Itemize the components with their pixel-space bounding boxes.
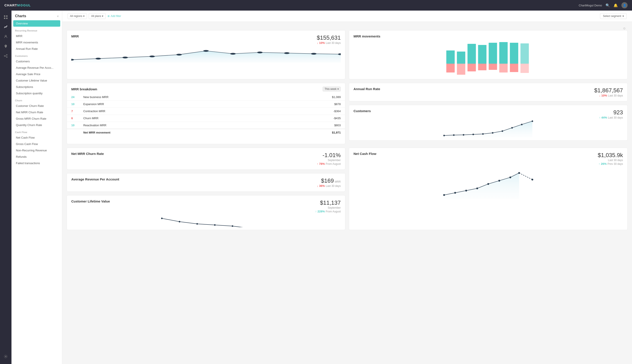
breakdown-amount: -$435	[258, 115, 345, 122]
sidebar-item-overview[interactable]: Overview	[13, 20, 60, 27]
sidebar-item-net-cashflow[interactable]: Net Cash Flow	[12, 134, 62, 141]
bell-icon[interactable]: 🔔	[613, 3, 618, 8]
sidebar-item-arpa[interactable]: Average Revenue Per Acco...	[12, 64, 62, 71]
sidebar-item-mrr[interactable]: MRR	[12, 33, 62, 39]
dashboard-icon[interactable]	[2, 13, 10, 21]
breakdown-period-button[interactable]: This week ▾	[323, 86, 341, 92]
sidebar-item-clv[interactable]: Customer Lifetime Value	[12, 77, 62, 84]
clv-value: $11,137	[315, 200, 341, 206]
main-content: All regions ▾ All plans ▾ ⊕ Add filter S…	[62, 10, 632, 237]
svg-point-46	[521, 124, 523, 125]
plus-icon: ⊕	[107, 14, 110, 18]
net-cashflow-value: $1,035.9k	[598, 152, 623, 159]
sidebar-item-customer-churn[interactable]: Customer Churn Rate	[12, 103, 62, 109]
user-avatar[interactable]: 👤	[621, 2, 627, 8]
clv-chart	[67, 214, 345, 230]
sidebar-item-subscriptions[interactable]: Subscriptions	[12, 84, 62, 90]
chevron-down-icon: ▾	[622, 14, 624, 18]
arpa-value: $169	[321, 177, 334, 184]
sidebar-title: Charts	[15, 14, 26, 18]
sidebar-item-customers[interactable]: Customers	[12, 58, 62, 64]
svg-point-59	[499, 180, 500, 182]
sidebar-item-gross-mrr-churn[interactable]: Gross MRR Churn Rate	[12, 116, 62, 122]
table-row: 6 Churn MRR -$435	[67, 115, 345, 122]
search-icon[interactable]: 🔍	[605, 3, 610, 8]
svg-point-57	[476, 188, 478, 189]
customers-meta: 923 ↑ 44% Last 30 days	[599, 109, 623, 119]
sidebar-item-asp[interactable]: Average Sale Price	[12, 71, 62, 77]
svg-rect-32	[499, 42, 508, 64]
sidebar-section-churn: Churn	[12, 96, 62, 103]
select-segment-button[interactable]: Select segment ▾	[600, 13, 627, 19]
mrr-movements-chart	[349, 40, 627, 79]
net-mrr-churn-card: Net MRR Churn Rate -1.01% September ↑ 78…	[67, 148, 345, 170]
dashboard-settings-icon[interactable]: ⚙	[623, 27, 626, 30]
sidebar-item-gross-cashflow[interactable]: Gross Cash Flow	[12, 141, 62, 147]
arpa-title: Average Revenue Per Account	[71, 177, 119, 181]
sidebar-section-cashflow: Cash Flow	[12, 128, 62, 134]
mrr-card: MRR $155,631 ↓ 10% Last 30 days	[67, 30, 345, 79]
sidebar-item-annual-run-rate[interactable]: Annual Run Rate	[12, 46, 62, 52]
customers-title: Customers	[353, 109, 371, 113]
svg-point-55	[454, 192, 456, 194]
sidebar-item-net-mrr-churn[interactable]: Net MRR Churn Rate	[12, 109, 62, 116]
location-icon[interactable]	[2, 42, 10, 50]
settings-row: ⚙	[67, 25, 627, 30]
net-cashflow-title: Net Cash Flow	[353, 152, 376, 156]
sidebar-collapse-button[interactable]: ‹	[57, 14, 59, 18]
charts-sidebar: Charts ‹ Overview Recurring Revenue MRR …	[12, 10, 62, 237]
filter-plans-button[interactable]: All plans ▾	[89, 13, 106, 19]
mrr-breakdown-card: MRR breakdown This week ▾ 24 New busines…	[67, 83, 345, 144]
mrr-movements-card: MRR movements	[349, 30, 627, 79]
sidebar-item-failed-transactions[interactable]: Failed transactions	[12, 160, 62, 166]
svg-rect-35	[510, 64, 518, 72]
app-logo: CHARTM⊙GUL	[5, 3, 31, 7]
svg-point-62	[532, 179, 533, 180]
sidebar-item-mrr-movements[interactable]: MRR movements	[12, 39, 62, 46]
svg-rect-36	[521, 44, 529, 64]
filter-regions-button[interactable]: All regions ▾	[68, 13, 87, 19]
charts-icon[interactable]	[2, 23, 10, 31]
breakdown-total-amount: $1,971	[258, 129, 345, 136]
svg-point-58	[488, 183, 489, 185]
right-col: Annual Run Rate $1,867,567 ↓ 10% Last 30…	[349, 83, 627, 140]
topnav-right: ChartMogul Demo 🔍 🔔 👤	[579, 2, 628, 8]
svg-rect-37	[521, 64, 529, 73]
svg-point-43	[492, 132, 493, 134]
sidebar-item-quantity-churn[interactable]: Quantity Churn Rate	[12, 122, 62, 128]
breakdown-num: 10	[71, 124, 74, 127]
clv-title: Customer Lifetime Value	[71, 200, 110, 203]
svg-rect-28	[478, 45, 487, 64]
left-icon-bar	[0, 10, 12, 237]
breakdown-label: Contraction MRR	[79, 108, 258, 115]
sidebar-item-non-recurring[interactable]: Non-Recurring Revenue	[12, 147, 62, 154]
topnav: CHARTM⊙GUL ChartMogul Demo 🔍 🔔 👤	[0, 0, 632, 10]
breakdown-total-label: Net MRR movement	[79, 129, 258, 136]
svg-point-48	[161, 218, 163, 219]
svg-point-40	[463, 134, 464, 136]
customers-value: 923	[599, 109, 623, 116]
add-filter-button[interactable]: ⊕ Add filter	[107, 14, 121, 18]
svg-point-60	[510, 176, 511, 178]
net-mrr-churn-meta: -1.01% September ↑ 78% From August	[317, 152, 341, 166]
clv-change: ↑ 228%	[315, 210, 325, 213]
breakdown-label: New business MRR	[79, 94, 258, 101]
sidebar-item-subscription-quantity[interactable]: Subscription quantity	[12, 90, 62, 96]
breakdown-label: Expansion MRR	[79, 101, 258, 108]
table-row: 24 New business MRR $1,089	[67, 94, 345, 101]
svg-rect-33	[499, 64, 508, 72]
customers-chart	[349, 120, 627, 140]
sidebar-item-refunds[interactable]: Refunds	[12, 154, 62, 160]
users-icon[interactable]	[2, 32, 10, 40]
integration-icon[interactable]	[2, 52, 10, 60]
svg-point-56	[465, 190, 467, 192]
breakdown-header: MRR breakdown This week ▾	[67, 83, 345, 94]
svg-point-12	[96, 58, 101, 60]
chevron-down-icon: ▾	[102, 14, 103, 18]
svg-rect-25	[457, 64, 465, 75]
svg-point-15	[176, 54, 182, 56]
svg-point-42	[482, 133, 484, 135]
net-mrr-churn-sub: September	[317, 159, 341, 162]
net-cashflow-right-card: Net Cash Flow $1,035.9k Last 30 days ↑ 2…	[349, 148, 627, 230]
svg-rect-24	[457, 52, 465, 64]
